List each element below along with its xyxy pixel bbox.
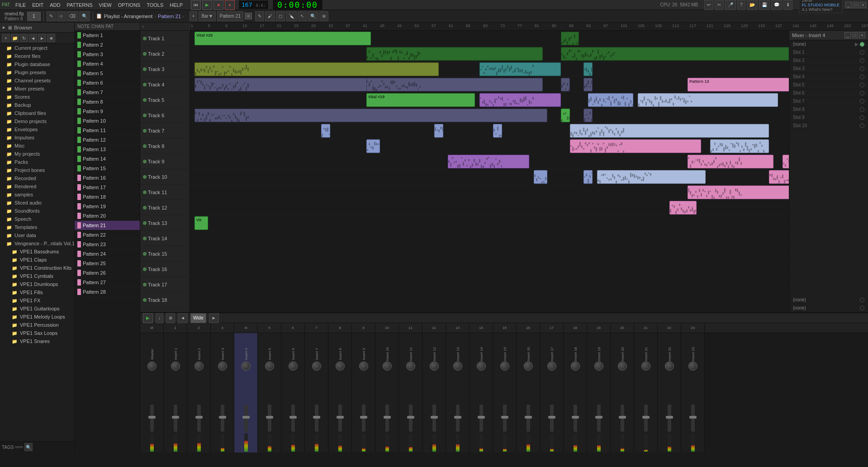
pattern-block-5-1[interactable] bbox=[561, 109, 570, 122]
pattern-block-4-0[interactable]: Vital #19 bbox=[366, 93, 475, 107]
sidebar-item-27[interactable]: 📁VPE1 Construction Kits bbox=[0, 264, 74, 272]
insert-slot-4[interactable]: Slot 5 bbox=[789, 81, 868, 89]
pattern-block-8-1[interactable] bbox=[688, 155, 773, 168]
mixer-channel-11[interactable]: Insert 11 bbox=[399, 333, 422, 453]
sidebar-item-31[interactable]: 📁VPE1 FX bbox=[0, 296, 74, 305]
pattern-block-9-1[interactable] bbox=[583, 170, 593, 184]
sidebar-item-22[interactable]: 📁Templates bbox=[0, 223, 74, 231]
channel-fader-21[interactable] bbox=[644, 405, 648, 432]
pattern-item-23[interactable]: Pattern 24 bbox=[75, 249, 140, 259]
pattern-item-21[interactable]: Pattern 22 bbox=[75, 230, 140, 240]
channel-fader-4[interactable] bbox=[244, 405, 248, 432]
sidebar-star-btn[interactable]: ★ bbox=[47, 34, 55, 42]
pattern-item-9[interactable]: Pattern 10 bbox=[75, 116, 140, 126]
pattern-item-17[interactable]: Pattern 18 bbox=[75, 192, 140, 202]
sidebar-item-32[interactable]: 📁VPE1 Guitarloops bbox=[0, 305, 74, 313]
pattern-item-20[interactable]: Pattern 21 bbox=[75, 221, 140, 230]
track-row-12[interactable]: Vit bbox=[190, 215, 789, 231]
pattern-block-0-1[interactable] bbox=[561, 32, 579, 45]
sidebar-item-15[interactable]: 📁Project bones bbox=[0, 166, 74, 174]
channel-fader-19[interactable] bbox=[597, 405, 601, 432]
sidebar-item-19[interactable]: 📁Sliced audio bbox=[0, 199, 74, 207]
pattern-block-6-0[interactable] bbox=[321, 124, 330, 138]
insert-close-btn[interactable]: × bbox=[859, 32, 865, 38]
mixer-channel-10[interactable]: Insert 10 bbox=[375, 333, 399, 453]
erase-tool[interactable]: ⌫ bbox=[66, 11, 78, 21]
sidebar-item-2[interactable]: 📁Plugin database bbox=[0, 60, 74, 68]
insert-slot-0[interactable]: Slot 1 bbox=[789, 48, 868, 57]
sidebar-item-35[interactable]: 📁VPE1 Sax Loops bbox=[0, 329, 74, 337]
mixer-channel-15[interactable]: Insert 15 bbox=[493, 333, 517, 453]
track-row-4[interactable]: Vital #19 bbox=[190, 92, 789, 108]
rubber-btn[interactable]: ◻ bbox=[276, 11, 285, 21]
pattern-item-2[interactable]: Pattern 3 bbox=[75, 50, 140, 59]
channel-fader-2[interactable] bbox=[197, 405, 201, 432]
channel-fader-20[interactable] bbox=[621, 405, 624, 432]
pattern-block-3-0[interactable] bbox=[194, 78, 371, 91]
mixer-channel-18[interactable]: Insert 18 bbox=[564, 333, 587, 453]
mixer-link-btn[interactable]: ⊕ bbox=[166, 313, 175, 323]
sidebar-item-36[interactable]: 📁VPE1 Snares bbox=[0, 337, 74, 345]
brush-btn[interactable]: 🖌 bbox=[265, 11, 275, 21]
pattern-item-13[interactable]: Pattern 14 bbox=[75, 154, 140, 164]
pattern-block-4-1[interactable] bbox=[479, 93, 561, 107]
channel-fader-7[interactable] bbox=[315, 405, 318, 432]
track-row-6[interactable] bbox=[190, 123, 789, 138]
sidebar-prev-btn[interactable]: ◄ bbox=[29, 34, 37, 42]
mixer-channel-3[interactable]: Insert 3 bbox=[211, 333, 234, 453]
pattern-item-16[interactable]: Pattern 17 bbox=[75, 183, 140, 192]
pattern-item-7[interactable]: Pattern 8 bbox=[75, 97, 140, 107]
pattern-block-9-3[interactable] bbox=[769, 170, 789, 184]
mixer-channel-9[interactable]: Insert 9 bbox=[352, 333, 375, 453]
channel-fader-1[interactable] bbox=[174, 405, 177, 432]
mixer-channels[interactable]: MasterInsert 1Insert 2Insert 3Insert 4In… bbox=[140, 333, 868, 453]
mixer-channel-7[interactable]: Insert 7 bbox=[305, 333, 328, 453]
pattern-block-9-0[interactable] bbox=[534, 170, 547, 184]
pattern-item-1[interactable]: Pattern 2 bbox=[75, 40, 140, 50]
pattern-item-26[interactable]: Pattern 27 bbox=[75, 278, 140, 287]
sidebar-item-33[interactable]: 📁VPE1 Melody Loops bbox=[0, 313, 74, 321]
mixer-add-btn[interactable]: ↓ bbox=[156, 313, 163, 323]
pattern-block-6-2[interactable] bbox=[493, 124, 502, 138]
menu-help[interactable]: HELP bbox=[167, 1, 185, 9]
sidebar-item-12[interactable]: 📁Misc bbox=[0, 142, 74, 150]
pattern-item-22[interactable]: Pattern 23 bbox=[75, 240, 140, 249]
track-row-11[interactable] bbox=[190, 200, 789, 215]
pattern-item-19[interactable]: Pattern 20 bbox=[75, 211, 140, 221]
insert-min-btn[interactable]: _ bbox=[844, 32, 851, 38]
mixer-channel-8[interactable]: Insert 8 bbox=[328, 333, 352, 453]
mixer-channel-1[interactable]: Insert 1 bbox=[164, 333, 187, 453]
insert-slot-5[interactable]: Slot 6 bbox=[789, 89, 868, 97]
pattern-block-7-0[interactable] bbox=[366, 139, 380, 153]
pattern-block-0-0[interactable]: Vital #20 bbox=[194, 32, 371, 45]
menu-options[interactable]: OPTIONS bbox=[115, 1, 143, 9]
menu-patterns[interactable]: PATTERNS bbox=[64, 1, 95, 9]
track-row-16[interactable] bbox=[190, 277, 789, 292]
mixer-expand-btn[interactable]: Wide bbox=[190, 313, 206, 323]
insert-slot-7[interactable]: Slot 8 bbox=[789, 105, 868, 114]
bpm-display[interactable]: 167 4:4♩ bbox=[238, 0, 269, 10]
pattern-block-5-0[interactable] bbox=[194, 109, 547, 122]
pattern-block-5-2[interactable] bbox=[583, 109, 593, 122]
pattern-block-7-2[interactable] bbox=[710, 139, 769, 153]
sidebar-item-30[interactable]: 📁VPE1 Fills bbox=[0, 288, 74, 296]
mixer-prev-btn[interactable]: ◄ bbox=[178, 313, 188, 323]
channel-fader-16[interactable] bbox=[526, 405, 530, 432]
pattern-item-27[interactable]: Pattern 28 bbox=[75, 287, 140, 297]
zoom-in-btn[interactable]: 🔍 bbox=[79, 11, 90, 21]
pattern-item-11[interactable]: Pattern 12 bbox=[75, 135, 140, 145]
open-btn[interactable]: 📂 bbox=[747, 0, 758, 10]
sidebar-item-5[interactable]: 📁Mixer presets bbox=[0, 85, 74, 93]
track-row-3[interactable]: Pattern 13 bbox=[190, 77, 789, 92]
channel-fader-18[interactable] bbox=[574, 405, 577, 432]
pattern-block-3-4[interactable]: Pattern 13 bbox=[688, 78, 789, 91]
mixer-channel-2[interactable]: Insert 2 bbox=[187, 333, 211, 453]
help-btn[interactable]: ? bbox=[737, 0, 745, 10]
sidebar-next-btn[interactable]: ► bbox=[38, 34, 46, 42]
insert-slot-3[interactable]: Slot 4 bbox=[789, 73, 868, 81]
pattern-block-3-2[interactable] bbox=[561, 78, 570, 91]
track-row-5[interactable] bbox=[190, 108, 789, 123]
transport-stop-btn[interactable]: ■ bbox=[213, 0, 223, 10]
sidebar-item-3[interactable]: 📁Plugin presets bbox=[0, 68, 74, 76]
pattern-block-9-2[interactable] bbox=[597, 170, 706, 184]
